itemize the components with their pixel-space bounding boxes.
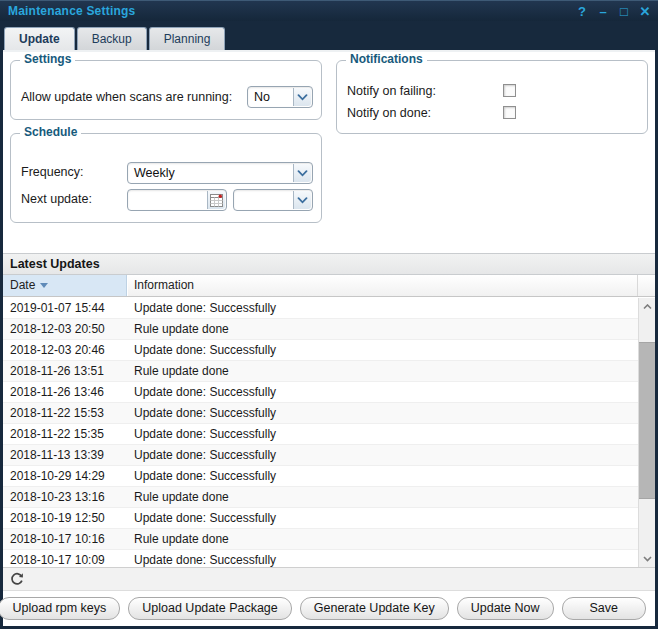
column-header-date[interactable]: Date — [3, 275, 127, 296]
information-column-label: Information — [134, 278, 194, 292]
frequency-label: Frequency: — [21, 165, 84, 179]
tab-strip: Update Backup Planning — [0, 21, 658, 50]
calendar-icon[interactable] — [207, 191, 225, 209]
latest-updates-title: Latest Updates — [10, 257, 100, 271]
row-date: 2018-10-29 14:29 — [10, 466, 105, 487]
row-date: 2018-10-17 10:09 — [10, 550, 105, 567]
row-date: 2018-11-26 13:51 — [10, 361, 104, 382]
scroll-up-icon[interactable] — [639, 298, 655, 315]
row-information: Rule update done — [134, 361, 229, 382]
generate-update-key-button[interactable]: Generate Update Key — [300, 597, 449, 620]
table-row[interactable]: 2018-10-17 10:16Rule update done — [3, 529, 638, 550]
schedule-fieldset: Schedule Frequency: Weekly Next update: — [10, 133, 322, 223]
table-row[interactable]: 2018-11-22 15:35Update done: Successfull… — [3, 424, 638, 445]
tab-backup[interactable]: Backup — [77, 27, 147, 50]
next-update-label: Next update: — [21, 192, 92, 206]
row-information: Update done: Successfully — [134, 403, 276, 424]
row-information: Update done: Successfully — [134, 424, 276, 445]
chevron-down-icon[interactable] — [293, 164, 311, 182]
table-row[interactable]: 2018-12-03 20:50Rule update done — [3, 319, 638, 340]
table-body: 2019-01-07 15:44Update done: Successfull… — [3, 298, 638, 567]
row-information: Update done: Successfully — [134, 466, 276, 487]
date-column-label: Date — [10, 278, 35, 292]
titlebar: Maintenance Settings ? – □ ✕ — [0, 0, 658, 21]
upload-rpm-keys-button[interactable]: Upload rpm keys — [0, 597, 120, 620]
row-information: Rule update done — [134, 529, 229, 550]
allow-update-label: Allow update when scans are running: — [21, 90, 232, 104]
save-button[interactable]: Save — [562, 597, 647, 620]
allow-update-value: No — [254, 90, 270, 104]
notify-on-failing-label: Notify on failing: — [347, 84, 436, 98]
table-row[interactable]: 2018-10-23 13:16Rule update done — [3, 487, 638, 508]
row-information: Update done: Successfully — [134, 382, 276, 403]
row-information: Update done: Successfully — [134, 340, 276, 361]
update-tab-content: Settings Allow update when scans are run… — [3, 50, 655, 626]
row-date: 2018-10-23 13:16 — [10, 487, 105, 508]
notifications-fieldset: Notifications Notify on failing: Notify … — [336, 60, 648, 134]
table-row[interactable]: 2018-12-03 20:46Update done: Successfull… — [3, 340, 638, 361]
close-icon[interactable]: ✕ — [639, 3, 651, 21]
window-controls: ? – □ ✕ — [576, 2, 651, 22]
window-title: Maintenance Settings — [8, 4, 135, 18]
chevron-down-icon[interactable] — [293, 88, 311, 106]
table-row[interactable]: 2018-11-22 15:53Update done: Successfull… — [3, 403, 638, 424]
table-row[interactable]: 2018-11-26 13:51Rule update done — [3, 361, 638, 382]
row-date: 2018-10-19 12:50 — [10, 508, 105, 529]
row-date: 2018-11-22 15:53 — [10, 403, 104, 424]
notify-on-done-checkbox[interactable] — [503, 106, 516, 119]
tab-update[interactable]: Update — [4, 27, 75, 50]
scrollbar-thumb[interactable] — [639, 342, 655, 499]
row-date: 2018-11-22 15:35 — [10, 424, 104, 445]
settings-legend: Settings — [20, 52, 75, 66]
help-icon[interactable]: ? — [576, 3, 588, 21]
column-header-information[interactable]: Information — [128, 275, 637, 296]
sort-desc-icon — [40, 283, 48, 288]
frequency-value: Weekly — [134, 166, 175, 180]
row-information: Update done: Successfully — [134, 508, 276, 529]
grid-footer-toolbar — [3, 567, 655, 590]
allow-update-combobox[interactable]: No — [247, 86, 313, 108]
row-date: 2018-11-13 13:39 — [10, 445, 104, 466]
table-row[interactable]: 2019-01-07 15:44Update done: Successfull… — [3, 298, 638, 319]
row-information: Update done: Successfully — [134, 298, 276, 319]
latest-updates-header: Latest Updates — [3, 253, 655, 275]
scroll-down-icon[interactable] — [639, 550, 655, 567]
bottom-button-bar: Upload rpm keys Upload Update Package Ge… — [3, 590, 655, 626]
refresh-icon[interactable] — [9, 571, 25, 587]
row-information: Rule update done — [134, 319, 229, 340]
notify-on-failing-checkbox[interactable] — [503, 84, 516, 97]
row-date: 2018-10-17 10:16 — [10, 529, 105, 550]
upload-update-package-button[interactable]: Upload Update Package — [128, 597, 292, 620]
schedule-legend: Schedule — [20, 125, 81, 139]
notify-on-done-label: Notify on done: — [347, 106, 431, 120]
grid-column-headers: Date Information — [3, 275, 655, 297]
row-date: 2018-11-26 13:46 — [10, 382, 104, 403]
row-information: Rule update done — [134, 487, 229, 508]
update-now-button[interactable]: Update Now — [457, 597, 554, 620]
table-row[interactable]: 2018-10-29 14:29Update done: Successfull… — [3, 466, 638, 487]
chevron-down-icon[interactable] — [293, 191, 311, 209]
frequency-combobox[interactable]: Weekly — [127, 162, 313, 184]
minimize-icon[interactable]: – — [597, 3, 609, 21]
settings-fieldset: Settings Allow update when scans are run… — [10, 60, 322, 120]
vertical-scrollbar[interactable] — [638, 298, 655, 567]
next-update-date-field[interactable] — [127, 189, 227, 211]
row-date: 2018-12-03 20:50 — [10, 319, 105, 340]
row-date: 2018-12-03 20:46 — [10, 340, 105, 361]
table-row[interactable]: 2018-11-13 13:39Update done: Successfull… — [3, 445, 638, 466]
tab-planning[interactable]: Planning — [149, 27, 226, 50]
maximize-icon[interactable]: □ — [618, 3, 630, 21]
row-information: Update done: Successfully — [134, 445, 276, 466]
row-information: Update done: Successfully — [134, 550, 276, 567]
table-row[interactable]: 2018-11-26 13:46Update done: Successfull… — [3, 382, 638, 403]
table-row[interactable]: 2018-10-19 12:50Update done: Successfull… — [3, 508, 638, 529]
notifications-legend: Notifications — [346, 52, 427, 66]
column-header-spacer — [637, 275, 655, 296]
maintenance-settings-window: Maintenance Settings ? – □ ✕ Update Back… — [0, 0, 658, 629]
row-date: 2019-01-07 15:44 — [10, 298, 105, 319]
table-row[interactable]: 2018-10-17 10:09Update done: Successfull… — [3, 550, 638, 567]
next-update-time-combobox[interactable] — [233, 189, 313, 211]
